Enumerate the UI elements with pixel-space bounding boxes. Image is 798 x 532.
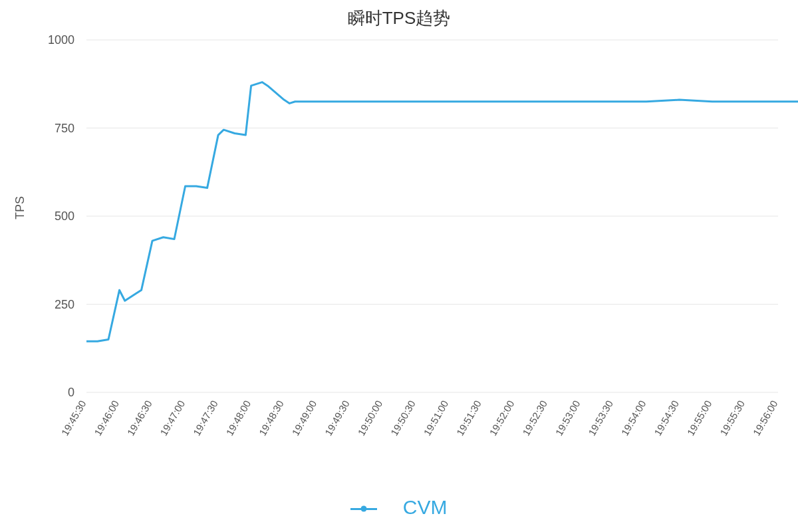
chart-plot-area: 0250500750100019:45:3019:46:0019:46:3019… xyxy=(0,0,798,532)
x-tick-label: 19:55:30 xyxy=(718,398,747,438)
y-tick-label: 1000 xyxy=(48,33,74,47)
x-tick-label: 19:51:30 xyxy=(454,398,483,438)
x-tick-label: 19:54:00 xyxy=(619,398,648,438)
x-tick-label: 19:53:00 xyxy=(553,398,583,438)
x-tick-label: 19:50:00 xyxy=(355,398,384,438)
x-tick-label: 19:46:00 xyxy=(92,398,121,438)
y-tick-label: 0 xyxy=(68,386,74,399)
y-tick-label: 500 xyxy=(55,209,74,223)
y-tick-label: 750 xyxy=(55,122,74,135)
x-tick-label: 19:55:00 xyxy=(685,398,714,438)
x-tick-label: 19:52:00 xyxy=(487,398,516,438)
tps-trend-chart: 瞬时TPS趋势 TPS 0250500750100019:45:3019:46:… xyxy=(0,0,798,532)
x-tick-label: 19:49:00 xyxy=(289,398,319,438)
legend-label-cvm: CVM xyxy=(403,496,448,518)
x-tick-label: 19:50:30 xyxy=(388,398,418,438)
x-tick-label: 19:56:00 xyxy=(751,398,780,438)
x-tick-label: 19:53:30 xyxy=(586,398,615,438)
x-tick-label: 19:46:30 xyxy=(125,398,154,438)
x-tick-label: 19:54:30 xyxy=(652,398,681,438)
x-tick-label: 19:52:30 xyxy=(520,398,549,438)
x-tick-label: 19:48:00 xyxy=(223,398,253,438)
y-tick-label: 250 xyxy=(55,298,74,311)
x-tick-label: 19:45:30 xyxy=(59,398,88,438)
chart-legend: CVM xyxy=(0,496,798,519)
x-tick-label: 19:48:30 xyxy=(257,398,286,438)
x-tick-label: 19:47:30 xyxy=(191,398,220,438)
legend-swatch-cvm xyxy=(350,508,377,510)
x-tick-label: 19:51:00 xyxy=(421,398,450,438)
series-line-cvm xyxy=(86,82,798,342)
x-tick-label: 19:49:30 xyxy=(323,398,352,438)
x-tick-label: 19:47:00 xyxy=(158,398,187,438)
